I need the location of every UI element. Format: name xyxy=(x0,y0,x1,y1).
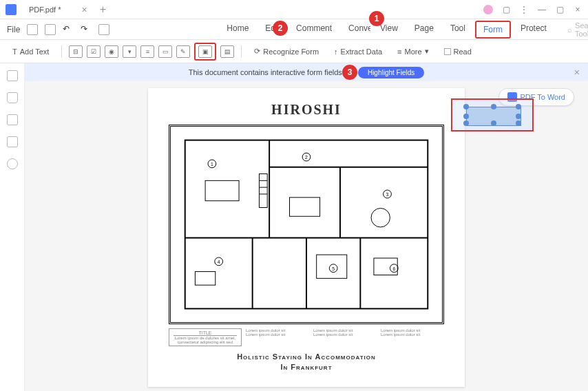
svg-text:3: 3 xyxy=(386,192,389,197)
date-tool[interactable]: ▤ xyxy=(220,45,234,58)
legend-item: Lorem ipsum dolor sit xyxy=(313,332,377,337)
legend-item: Lorem ipsum dolor sit xyxy=(381,332,444,337)
extract-data-label: Extract Data xyxy=(341,47,383,56)
legend-title-label: TITLE xyxy=(174,330,237,336)
read-tool[interactable]: Read xyxy=(439,45,477,59)
close-icon[interactable]: × xyxy=(573,5,582,14)
banner-message: This document contains interactive form … xyxy=(189,68,344,76)
svg-text:4: 4 xyxy=(218,260,220,264)
callout-3: 3 xyxy=(342,65,357,80)
svg-rect-25 xyxy=(195,272,215,286)
window-controls: ▢ ⋮ — ▢ × xyxy=(483,5,582,14)
maximize-icon[interactable]: ▢ xyxy=(555,5,565,14)
save-icon[interactable] xyxy=(27,24,38,35)
legend-col: Lorem ipsum dolor sit Lorem ipsum dolor … xyxy=(381,328,444,346)
page-title: HIROSHI xyxy=(169,102,444,118)
file-menu[interactable]: File xyxy=(7,25,20,34)
legend-title-box: TITLE Lorem ipsum de dolores sit amet, c… xyxy=(169,328,242,346)
legend-col: Lorem ipsum dolor sit Lorem ipsum dolor … xyxy=(246,328,309,346)
launch-icon[interactable]: ▢ xyxy=(501,5,511,14)
handle-mr[interactable] xyxy=(516,114,521,119)
app-icon xyxy=(6,4,17,15)
tab-tool[interactable]: Tool xyxy=(443,21,472,39)
tab-protect[interactable]: Protect xyxy=(514,21,554,39)
pink-dot-icon[interactable] xyxy=(483,5,493,14)
signature-tool[interactable]: ✎ xyxy=(176,45,190,58)
search-tools[interactable]: ⌕ Search Tools xyxy=(567,21,588,38)
highlight-fields-button[interactable]: Highlight Fields xyxy=(358,67,424,78)
handle-br[interactable] xyxy=(516,120,521,126)
recognize-icon: ⟳ xyxy=(254,47,260,56)
svg-text:6: 6 xyxy=(392,266,395,271)
bookmarks-icon[interactable] xyxy=(7,92,18,103)
read-label: Read xyxy=(454,47,472,56)
tab-page[interactable]: Page xyxy=(408,21,441,39)
tab-comment[interactable]: Comment xyxy=(289,21,339,39)
image-icon: ▣ xyxy=(198,45,212,58)
recognize-form-tool[interactable]: ⟳ Recognize Form xyxy=(249,44,324,59)
read-checkbox xyxy=(444,48,451,55)
add-text-label: Add Text xyxy=(20,47,50,56)
redo-icon[interactable]: ↷ xyxy=(81,24,92,35)
checkbox-tool[interactable]: ☑ xyxy=(87,45,101,58)
handle-ml[interactable] xyxy=(463,114,469,119)
print-icon[interactable] xyxy=(98,24,109,35)
button-tool[interactable]: ▭ xyxy=(158,45,172,58)
legend-col: Lorem ipsum dolor sit Lorem ipsum dolor … xyxy=(313,328,377,346)
workspace: This document contains interactive form … xyxy=(0,63,588,391)
svg-point-22 xyxy=(371,208,390,226)
mail-icon[interactable] xyxy=(45,24,56,35)
search-placeholder: Search Tools xyxy=(575,21,588,38)
chevron-down-icon: ▾ xyxy=(425,47,429,56)
subtitle-line1: Holistic Staying In Accommodation xyxy=(169,352,444,362)
document-page: HIROSHI xyxy=(148,88,465,387)
svg-text:2: 2 xyxy=(305,155,308,160)
comments-icon[interactable] xyxy=(7,114,18,125)
svg-rect-21 xyxy=(290,198,320,216)
thumbnails-icon[interactable] xyxy=(7,70,18,81)
svg-rect-26 xyxy=(259,174,267,208)
image-field-tool[interactable]: ▣ xyxy=(194,43,216,61)
handle-bc[interactable] xyxy=(491,120,496,126)
document-tab[interactable]: PDF.pdf * × xyxy=(22,4,94,15)
handle-tc[interactable] xyxy=(491,104,496,109)
selected-image-field[interactable] xyxy=(451,98,534,131)
text-field-tool[interactable]: ⊟ xyxy=(69,45,83,58)
tab-close-icon[interactable]: × xyxy=(81,4,87,15)
page-subtitle: Holistic Staying In Accommodation In Fra… xyxy=(169,352,444,373)
svg-text:5: 5 xyxy=(332,266,335,271)
more-tool[interactable]: ≡ More ▾ xyxy=(392,44,434,59)
search-panel-icon[interactable] xyxy=(7,158,18,169)
legend: TITLE Lorem ipsum de dolores sit amet, c… xyxy=(169,328,444,346)
callout-2: 2 xyxy=(273,21,288,36)
tab-form[interactable]: Form xyxy=(475,21,511,39)
handle-bl[interactable] xyxy=(463,120,469,126)
legend-item: Lorem ipsum dolor sit xyxy=(246,332,309,337)
handle-tl[interactable] xyxy=(463,104,469,109)
tab-home[interactable]: Home xyxy=(220,21,255,39)
recognize-form-label: Recognize Form xyxy=(263,47,319,56)
kebab-icon[interactable]: ⋮ xyxy=(519,5,529,14)
tab-convert[interactable]: Convert xyxy=(342,21,370,39)
svg-rect-20 xyxy=(205,180,239,200)
quick-actions: ↶ ↷ xyxy=(27,24,109,35)
handle-tr[interactable] xyxy=(516,104,521,109)
combo-tool[interactable]: ▾ xyxy=(123,45,136,58)
form-banner: This document contains interactive form … xyxy=(25,63,588,81)
svg-text:1: 1 xyxy=(211,162,213,167)
undo-icon[interactable]: ↶ xyxy=(63,24,74,35)
canvas[interactable]: This document contains interactive form … xyxy=(25,63,588,391)
tab-filename: PDF.pdf * xyxy=(29,6,61,14)
minimize-icon[interactable]: — xyxy=(537,5,547,14)
add-text-tool[interactable]: T Add Text xyxy=(7,45,54,59)
radio-tool[interactable]: ◉ xyxy=(105,45,118,58)
extract-data-tool[interactable]: ↑ Extract Data xyxy=(328,45,388,59)
banner-close-icon[interactable]: × xyxy=(574,67,580,78)
callout-1: 1 xyxy=(369,11,384,26)
extract-icon: ↑ xyxy=(334,47,338,56)
floorplan-image: 1 2 3 4 5 6 xyxy=(169,125,444,324)
new-tab-icon[interactable]: + xyxy=(100,3,106,16)
more-icon: ≡ xyxy=(397,47,401,56)
list-tool[interactable]: ≡ xyxy=(140,45,154,58)
attachments-icon[interactable] xyxy=(7,136,18,147)
